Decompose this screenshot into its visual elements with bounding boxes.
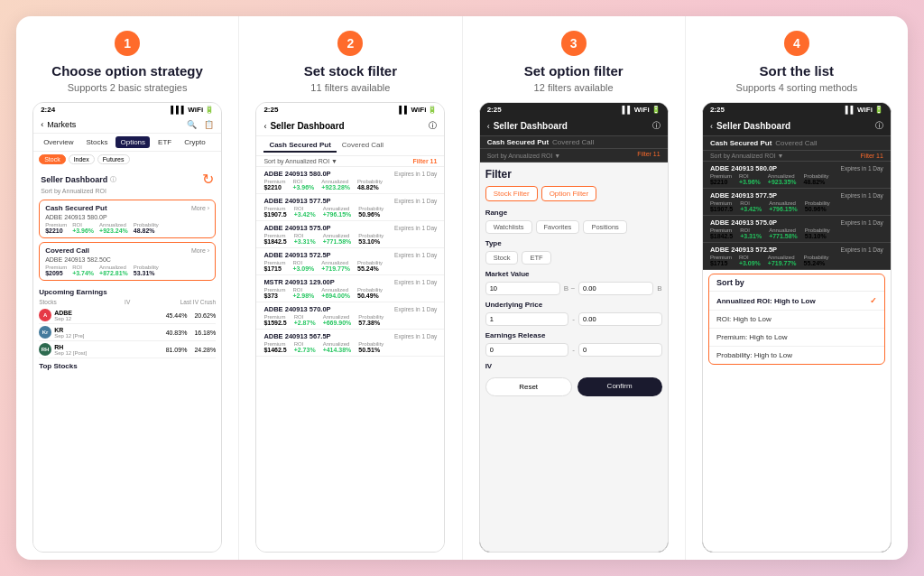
- metrics-csp: Premium $2210 ROI +3.96% Annualized +923…: [45, 222, 209, 234]
- phone4-option-2[interactable]: ADBE 240913 575.0P Expires in 1 Day Prem…: [703, 216, 891, 243]
- tab-crypto[interactable]: Crypto: [180, 136, 210, 148]
- filter-futures[interactable]: Futures: [97, 154, 130, 164]
- sort-option-probability[interactable]: Probability: High to Low: [709, 347, 884, 364]
- back-icon[interactable]: ‹: [41, 120, 43, 129]
- filter-price-min[interactable]: 1: [485, 312, 569, 326]
- option-item-4[interactable]: MSTR 240913 129.00P Expires in 1 Day Pre…: [256, 275, 444, 302]
- sort-option-roi[interactable]: ROI: High to Low: [709, 311, 884, 329]
- option-expires-0: Expires in 1 Day: [394, 171, 437, 177]
- tab-stocks[interactable]: Stocks: [81, 136, 112, 148]
- phone3-status-bar: 2:25 ▌▌ WiFi 🔋: [480, 103, 668, 116]
- filter-price-max[interactable]: 0.00: [578, 312, 662, 326]
- step-3-number: 3: [561, 31, 587, 56]
- search-icon[interactable]: 🔍: [187, 120, 197, 129]
- filter-marketval-min[interactable]: 10: [485, 282, 560, 295]
- signal-icon-2: ▌▌: [399, 106, 409, 114]
- chip-favorites[interactable]: Favorites: [536, 220, 580, 234]
- phone4-option-3[interactable]: ADBE 240913 572.5P Expires in 1 Day Prem…: [703, 243, 891, 270]
- filter-reset-button[interactable]: Reset: [485, 377, 572, 396]
- sort-option-label-1: ROI: High to Low: [716, 315, 772, 323]
- phone4-content: ADBE 240913 580.0P Expires in 1 Day Prem…: [703, 162, 891, 552]
- phone1-dashboard-header: Seller Dashboard ⓘ ↻ Sort by Annualized …: [33, 167, 221, 196]
- option-item-1[interactable]: ADBE 240913 577.5P Expires in 1 Day Prem…: [256, 194, 444, 221]
- adbe-date: Sep 12: [54, 316, 72, 321]
- info-icon-4[interactable]: ⓘ: [875, 120, 883, 132]
- phone4-filter-btn[interactable]: Filter 11: [861, 153, 883, 159]
- option-item-2[interactable]: ADBE 240913 575.0P Expires in 1 Day Prem…: [256, 221, 444, 248]
- step-3-title: Set option filter: [524, 63, 624, 79]
- tab-cc-4[interactable]: Covered Call: [775, 139, 817, 147]
- tab-etf[interactable]: ETF: [153, 136, 176, 148]
- filter-confirm-button[interactable]: Confirm: [578, 377, 662, 396]
- option-item-3[interactable]: ADBE 240913 572.5P Expires in 1 Day Prem…: [256, 248, 444, 275]
- value-roi-cc: +3.74%: [72, 270, 94, 276]
- notification-icon[interactable]: 📋: [204, 120, 214, 129]
- chip-etf[interactable]: ETF: [522, 251, 550, 265]
- filter-range-label: Range: [485, 209, 662, 217]
- phone4-strategy-tabs: Cash Secured Put Covered Call: [703, 136, 891, 151]
- more-btn-csp[interactable]: More ›: [191, 205, 209, 211]
- filter-earnings-range: 0 - 0: [485, 343, 662, 357]
- back-icon-3[interactable]: ‹: [487, 122, 490, 131]
- earnings-section: Upcoming Earnings Stocks IV Last IV Crus…: [33, 284, 221, 362]
- info-icon-3[interactable]: ⓘ: [652, 120, 661, 132]
- step-2-title: Set stock filter: [304, 63, 397, 79]
- phone1-filter-tags: Stock Index Futures: [33, 152, 221, 167]
- wifi-icon-4: WiFi: [857, 106, 873, 114]
- step-4-number: 4: [784, 31, 809, 56]
- sort-option-premium[interactable]: Premium: High to Low: [709, 329, 884, 347]
- step-3-subtitle: 12 filters available: [534, 82, 614, 93]
- filter-index[interactable]: Index: [69, 154, 95, 164]
- battery-icon: 🔋: [205, 106, 214, 114]
- phone2-filter-btn[interactable]: Filter 11: [413, 158, 438, 164]
- value-ann-csp: +923.24%: [99, 228, 128, 234]
- strategy-card-csp[interactable]: Cash Secured Put More › ADBE 240913 580.…: [39, 200, 216, 238]
- chip-stock[interactable]: Stock: [485, 251, 519, 265]
- adbe-ticker: ADBE: [54, 310, 72, 316]
- tab-overview[interactable]: Overview: [39, 136, 78, 148]
- option-expires-4: Expires in 1 Day: [394, 279, 437, 285]
- filter-actions: Reset Confirm: [485, 377, 662, 396]
- filter-earnings-min[interactable]: 0: [485, 343, 569, 357]
- option-item-0[interactable]: ADBE 240913 580.0P Expires in 1 Day Prem…: [256, 167, 444, 194]
- filter-tab-stock[interactable]: Stock Filter: [485, 186, 538, 201]
- info-icon-2[interactable]: ⓘ: [429, 120, 437, 132]
- adbe-logo: A: [39, 309, 51, 321]
- adbe-iv: 45.44%: [166, 312, 188, 319]
- option-item-5[interactable]: ADBE 240913 570.0P Expires in 1 Day Prem…: [256, 302, 444, 330]
- wifi-icon: WiFi: [188, 106, 203, 114]
- back-icon-4[interactable]: ‹: [710, 122, 713, 131]
- phone4-sort-text[interactable]: Sort by Annualized ROI ▼: [710, 153, 784, 159]
- strategy-card-cc[interactable]: Covered Call More › ADBE 240913 582.50C …: [39, 242, 216, 281]
- phone4-option-0[interactable]: ADBE 240913 580.0P Expires in 1 Day Prem…: [703, 162, 891, 189]
- tab-csp-4[interactable]: Cash Secured Put: [710, 139, 772, 147]
- sort-modal-title: Sort by: [709, 274, 884, 292]
- kr-date: Sep 12 [Pre]: [54, 333, 84, 339]
- chip-positions[interactable]: Positions: [583, 220, 626, 234]
- phone2-content: ADBE 240913 580.0P Expires in 1 Day Prem…: [256, 167, 444, 552]
- phone2-sort-text[interactable]: Sort by Annualized ROI ▼: [263, 158, 337, 164]
- metrics-cc: Premium $2095 ROI +3.74% Annualized +872…: [45, 265, 209, 276]
- phone4-option-1[interactable]: ADBE 240913 577.5P Expires in 1 Day Prem…: [703, 189, 891, 216]
- filter-earnings-max[interactable]: 0: [578, 343, 662, 357]
- phone-1: 2:24 ▌▌▌ WiFi 🔋 ‹ Markets 🔍 📋 Overview S…: [32, 102, 222, 553]
- back-icon-2[interactable]: ‹: [263, 122, 266, 131]
- tab-options[interactable]: Options: [116, 136, 150, 148]
- sort-option-ann-roi[interactable]: Annualized ROI: High to Low ✓: [709, 292, 884, 311]
- more-btn-cc[interactable]: More ›: [191, 247, 209, 254]
- check-icon-0: ✓: [870, 296, 877, 305]
- tab-cc-2[interactable]: Covered Call: [337, 139, 389, 153]
- step-3-column: 3 Set option filter 12 filters available…: [463, 16, 686, 560]
- filter-marketval-max[interactable]: 0.00: [578, 282, 653, 295]
- filter-type-label: Type: [485, 239, 662, 247]
- chip-watchlists[interactable]: Watchlists: [485, 220, 532, 234]
- option-item-6[interactable]: ADBE 240913 567.5P Expires in 1 Day Prem…: [256, 330, 444, 357]
- phone2-time: 2:25: [263, 106, 278, 114]
- phone2-status-icons: ▌▌ WiFi 🔋: [399, 106, 437, 114]
- rh-logo: RH: [39, 343, 51, 356]
- filter-tab-option[interactable]: Option Filter: [541, 186, 597, 201]
- earnings-row-rh: RH RH Sep 12 [Post] 81.09% 24.28%: [39, 341, 216, 358]
- tab-csp-2[interactable]: Cash Secured Put: [263, 139, 336, 153]
- filter-stock[interactable]: Stock: [39, 154, 66, 164]
- phone3-bg-tabs: Cash Secured Put Covered Call: [480, 136, 668, 149]
